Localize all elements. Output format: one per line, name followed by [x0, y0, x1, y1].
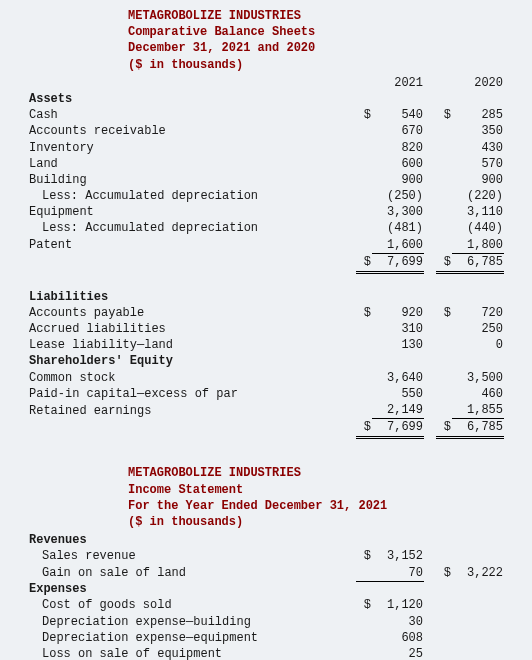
assets-header: Assets [28, 91, 356, 107]
expenses-header: Expenses [28, 581, 356, 597]
bs-title: Comparative Balance Sheets [128, 24, 504, 40]
total-revenues: 3,222 [452, 565, 504, 582]
company-name: METAGROBOLIZE INDUSTRIES [128, 465, 504, 481]
is-units: ($ in thousands) [128, 514, 504, 530]
balance-sheet: METAGROBOLIZE INDUSTRIES Comparative Bal… [28, 8, 504, 439]
is-table: Revenues Sales revenue$3,152 Gain on sal… [28, 532, 504, 660]
income-statement: METAGROBOLIZE INDUSTRIES Income Statemen… [28, 465, 504, 660]
is-date: For the Year Ended December 31, 2021 [128, 498, 504, 514]
revenues-header: Revenues [28, 532, 356, 548]
total-assets-2020: 6,785 [452, 253, 504, 272]
is-header: METAGROBOLIZE INDUSTRIES Income Statemen… [128, 465, 504, 530]
bs-units: ($ in thousands) [128, 57, 504, 73]
total-le-2020: 6,785 [452, 419, 504, 438]
liabilities-header: Liabilities [28, 289, 356, 305]
equity-header: Shareholders' Equity [28, 353, 356, 369]
bs-header: METAGROBOLIZE INDUSTRIES Comparative Bal… [128, 8, 504, 73]
company-name: METAGROBOLIZE INDUSTRIES [128, 8, 504, 24]
total-le-2021: 7,699 [372, 419, 424, 438]
row-label: Cash [28, 107, 356, 123]
bs-date: December 31, 2021 and 2020 [128, 40, 504, 56]
bs-table: 2021 2020 Assets Cash $540 $285 Accounts… [28, 75, 504, 440]
year-2020: 2020 [452, 75, 504, 91]
total-assets-2021: 7,699 [372, 253, 424, 272]
year-2021: 2021 [372, 75, 424, 91]
is-title: Income Statement [128, 482, 504, 498]
